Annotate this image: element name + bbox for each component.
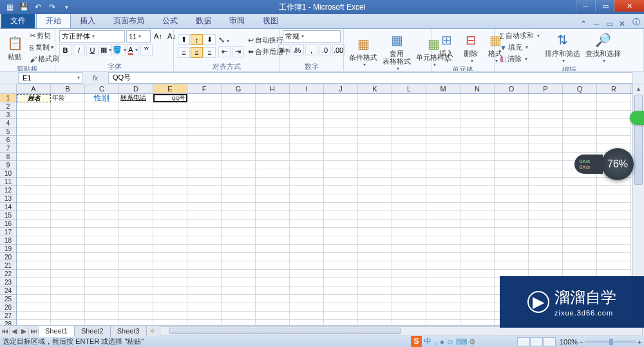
cell[interactable] (358, 161, 392, 169)
cell[interactable] (256, 278, 290, 286)
green-widget-icon[interactable] (630, 111, 644, 125)
row-header[interactable]: 5 (0, 127, 16, 136)
cell[interactable] (597, 203, 631, 211)
number-format-select[interactable]: 常规 (283, 30, 341, 42)
cell[interactable] (597, 102, 631, 111)
cell[interactable] (495, 136, 529, 144)
cell[interactable] (563, 261, 597, 270)
tab-data[interactable]: 数据 (187, 14, 220, 28)
cell[interactable] (119, 220, 153, 228)
cell[interactable] (119, 186, 153, 194)
cell[interactable] (17, 270, 51, 278)
cell[interactable] (358, 253, 392, 261)
col-header-F[interactable]: F (187, 84, 222, 93)
cell[interactable] (358, 111, 392, 119)
ime-toolbar[interactable]: S 中 ·, ● ☺ ⌨ ⚙ (411, 336, 476, 347)
cell[interactable] (426, 119, 460, 127)
cell[interactable] (495, 253, 529, 261)
cell[interactable] (495, 228, 529, 236)
col-header-I[interactable]: I (290, 84, 324, 93)
first-sheet-button[interactable]: ⏮ (0, 327, 10, 335)
row-header[interactable]: 10 (0, 169, 16, 178)
cell[interactable] (119, 178, 153, 186)
col-header-Q[interactable]: Q (563, 84, 597, 93)
cell[interactable] (51, 136, 85, 144)
cell[interactable] (256, 194, 290, 203)
cell[interactable] (358, 194, 392, 203)
cell[interactable] (119, 245, 153, 253)
cell[interactable] (495, 119, 529, 127)
cell[interactable] (85, 270, 119, 278)
formula-input[interactable]: QQ号 (108, 72, 632, 84)
cell[interactable] (324, 119, 358, 127)
cell[interactable] (529, 161, 563, 169)
cell[interactable] (17, 144, 51, 153)
cell[interactable] (529, 153, 563, 161)
cell[interactable] (495, 144, 529, 153)
cell[interactable] (119, 144, 153, 153)
row-header[interactable]: 8 (0, 153, 16, 161)
cell[interactable] (290, 303, 324, 312)
cell[interactable] (51, 153, 85, 161)
cell[interactable] (153, 245, 187, 253)
cell[interactable] (392, 303, 426, 312)
cell[interactable] (256, 228, 290, 236)
undo-icon[interactable]: ↶ (32, 1, 44, 13)
cell[interactable] (529, 253, 563, 261)
cell[interactable] (222, 136, 256, 144)
cell[interactable] (222, 153, 256, 161)
cell[interactable] (51, 286, 85, 295)
cell[interactable] (392, 119, 426, 127)
cell[interactable] (85, 119, 119, 127)
cell[interactable] (529, 245, 563, 253)
cell[interactable] (85, 245, 119, 253)
cell[interactable] (324, 94, 358, 102)
cell[interactable] (17, 178, 51, 186)
insert-cells-button[interactable]: ⊞插入 (435, 30, 457, 65)
cell[interactable] (153, 312, 187, 320)
cell[interactable] (358, 169, 392, 178)
cell[interactable] (119, 286, 153, 295)
cell[interactable] (392, 236, 426, 245)
cell[interactable] (51, 194, 85, 203)
cell[interactable] (119, 127, 153, 136)
cell[interactable] (290, 312, 324, 320)
cell[interactable] (392, 286, 426, 295)
cell[interactable] (426, 236, 460, 245)
cell[interactable] (460, 295, 495, 303)
cell[interactable] (290, 220, 324, 228)
cell[interactable] (290, 203, 324, 211)
close-button[interactable]: ✕ (614, 0, 644, 12)
row-header[interactable]: 15 (0, 211, 16, 220)
system-monitor-widget[interactable]: 0K/s 0K/s 76% (601, 148, 634, 180)
cell[interactable] (358, 228, 392, 236)
cell[interactable] (153, 153, 187, 161)
cell[interactable] (392, 295, 426, 303)
col-header-J[interactable]: J (324, 84, 358, 93)
cell[interactable] (119, 161, 153, 169)
row-header[interactable]: 9 (0, 161, 16, 169)
col-header-B[interactable]: B (51, 84, 85, 93)
cell[interactable] (426, 228, 460, 236)
cell[interactable] (17, 169, 51, 178)
cell[interactable] (597, 119, 631, 127)
cell[interactable] (119, 278, 153, 286)
cell[interactable] (324, 278, 358, 286)
align-middle-button[interactable]: ↕ (191, 34, 203, 45)
cell[interactable] (256, 303, 290, 312)
cell[interactable] (119, 194, 153, 203)
cell[interactable] (460, 236, 495, 245)
cell[interactable] (495, 102, 529, 111)
cell[interactable] (119, 102, 153, 111)
cell[interactable] (426, 261, 460, 270)
cell[interactable] (290, 253, 324, 261)
cell[interactable] (460, 127, 495, 136)
cell[interactable] (290, 245, 324, 253)
cell[interactable] (187, 303, 222, 312)
cell[interactable] (222, 312, 256, 320)
cell[interactable] (426, 312, 460, 320)
cell[interactable] (187, 161, 222, 169)
cell[interactable] (290, 102, 324, 111)
cell[interactable] (324, 303, 358, 312)
cell[interactable] (17, 278, 51, 286)
